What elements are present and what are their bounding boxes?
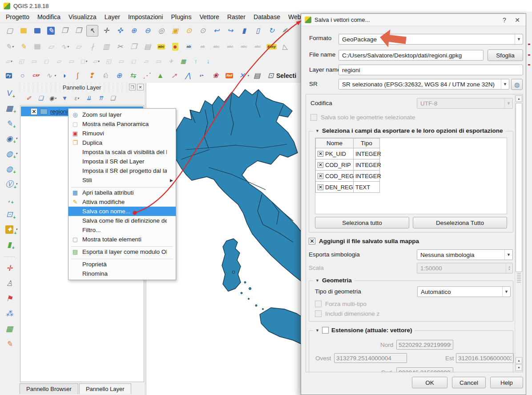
menu-rename[interactable]: Rinomina ▶ <box>69 269 176 278</box>
new-spatialite-icon[interactable]: ✎▾ <box>2 118 16 130</box>
ski-plugin-icon[interactable]: ♘▾ <box>100 70 112 81</box>
select-label[interactable]: Selecti▾ <box>279 70 291 81</box>
menu-bar-item[interactable]: Raster <box>223 12 250 22</box>
current-edits-icon[interactable]: ✎▾ <box>4 41 16 53</box>
panel-float-icon[interactable]: ❐ <box>129 84 136 90</box>
save-project-as-icon[interactable]: ✎▾ <box>45 25 57 37</box>
crosshair-icon[interactable]: ✛▾ <box>2 262 16 274</box>
fields-list[interactable]: Nome Tipo ✕PK_UID INTEGER ✕COD_RIP INTEG… <box>315 138 507 214</box>
collapse-triangle-icon[interactable]: ▼ <box>315 278 319 283</box>
menu-bar-item[interactable]: Layer <box>101 12 124 22</box>
zoom-next-icon[interactable]: ↪▾ <box>224 25 236 37</box>
pan-tool-icon[interactable]: ✛▾ <box>100 25 112 37</box>
menu-duplicate[interactable]: ❐ Duplica ▶ <box>69 138 176 147</box>
menu-show-feature-count[interactable]: ▢ Mostra totale elementi ▶ <box>69 235 176 244</box>
adv-digitize-4-icon[interactable]: ◻▾ <box>41 57 52 66</box>
cut-features-icon[interactable]: ✂▾ <box>114 41 126 53</box>
field-checkbox[interactable]: ✕ <box>318 173 323 179</box>
select-crs-globe-icon[interactable]: ◍ <box>511 79 523 90</box>
menu-bar-item[interactable]: Modifica <box>33 12 64 22</box>
add-gps-icon[interactable]: ✦▾ <box>2 224 16 236</box>
adv-digitize-10-icon[interactable]: ▭▾ <box>116 57 126 66</box>
save-edits-icon[interactable]: ▾ <box>31 41 43 53</box>
delete-selected-icon[interactable]: ▥▾ <box>100 41 112 53</box>
scatter-tool-icon[interactable]: ⁂▾ <box>2 308 16 320</box>
toggle-editing-icon[interactable]: ✎▾ <box>17 41 29 53</box>
measure-icon[interactable]: ◺▾ <box>279 41 291 53</box>
menu-show-in-overview[interactable]: ▢ Mostra nella Panoramica ▶ <box>69 119 176 129</box>
menu-zoom-to-layer[interactable]: ◎ Zoom sul layer ▶ <box>69 110 176 119</box>
label-abc-icon[interactable]: abc▾ <box>155 41 167 53</box>
pan-to-selection-icon[interactable]: ✜▾ <box>114 25 126 37</box>
extent-checkbox[interactable] <box>322 327 329 334</box>
plugin-tools-icon[interactable]: ✕▾ <box>238 70 250 81</box>
layer-name-input[interactable] <box>339 65 523 75</box>
layer-name[interactable]: regioni <box>50 108 68 115</box>
DEN_REG[interactable]: ✕DEN_REG TEXT <box>315 182 380 193</box>
chevron-down-icon[interactable]: ▼ <box>515 34 523 44</box>
menu-toggle-editing[interactable]: ✎ Attiva modifiche ▶ <box>69 197 176 207</box>
COD_REG[interactable]: ✕COD_REG INTEGER <box>315 171 380 182</box>
field-checkbox[interactable]: ✕ <box>318 184 323 190</box>
annotation-icon[interactable]: ♙▾ <box>2 277 16 289</box>
table-header-tipo[interactable]: Tipo <box>354 138 380 148</box>
style-manager-icon[interactable]: ✐▾ <box>23 94 34 103</box>
collapse-triangle-icon[interactable]: ▼ <box>315 129 319 133</box>
zoom-full-icon[interactable]: ▣▾ <box>169 25 181 37</box>
swap-arrows-icon[interactable]: ⇆▾ <box>128 70 140 81</box>
formato-combo[interactable]: GeoPackage ▼ <box>339 34 523 45</box>
label-pie-icon[interactable]: ●▾ <box>169 41 181 53</box>
panel-close-icon[interactable]: ✕ <box>137 84 144 90</box>
python-console-icon[interactable]: Py▾ <box>4 70 16 81</box>
paste-features-icon[interactable]: ▤▾ <box>141 41 153 53</box>
add-group-icon[interactable]: ❏▾ <box>35 94 46 103</box>
menu-bar-item[interactable]: Plugins <box>167 12 195 22</box>
add-wcs-icon[interactable]: ◍▾ <box>2 163 16 175</box>
table-header-nome[interactable]: Nome <box>315 138 354 148</box>
symbology-combo[interactable]: Nessuna simbologia ▼ <box>417 249 513 260</box>
manage-visibility-icon[interactable]: ◉▾ <box>47 94 58 103</box>
menu-save-as[interactable]: Salva con nome... ▶ <box>69 207 176 216</box>
deselect-all-button[interactable]: Deseleziona Tutto <box>413 217 507 228</box>
menu-open-attribute-table[interactable]: ▦ Apri tabella attributi ▶ <box>69 188 176 197</box>
label-show-hide-icon[interactable]: abc▾ <box>224 41 236 53</box>
add-postgis-icon[interactable]: ◉▾ <box>2 133 16 145</box>
refresh-icon[interactable]: ↻▾ <box>266 25 278 37</box>
select-tool-icon[interactable]: ↖▾ <box>86 25 98 37</box>
dialog-scrollbar[interactable]: ▲ ▲ ▼ <box>515 95 522 372</box>
ok-button[interactable]: OK <box>412 377 447 388</box>
label-rotate-icon[interactable]: abc▾ <box>210 41 222 53</box>
scroll-down-icon[interactable]: ▼ <box>516 364 522 371</box>
new-bookmark-icon[interactable]: ▮▾ <box>238 25 250 37</box>
blue-nodes-icon[interactable]: ⋀▾ <box>183 70 195 81</box>
menu-separator-2[interactable]: ▶ <box>69 244 176 247</box>
pin-flag-icon[interactable]: ⚑▾ <box>2 293 16 305</box>
file-name-input[interactable] <box>339 50 484 61</box>
menu-set-scale-visibility[interactable]: Imposta la scala di visibilità del layer… <box>69 147 176 157</box>
filter-expression-icon[interactable]: ε▾ <box>71 94 82 103</box>
cancel-button[interactable]: Cancel <box>452 377 486 388</box>
select-all-button[interactable]: Seleziona tutto <box>315 217 409 228</box>
zoom-out-icon[interactable]: ⊖▾ <box>141 25 153 37</box>
COD_RIP[interactable]: ✕COD_RIP INTEGER <box>315 159 380 171</box>
project-properties-icon[interactable]: ❒▾ <box>73 25 85 37</box>
collapse-all-icon[interactable]: ⇈▾ <box>95 94 106 103</box>
chevron-down-icon[interactable]: ▼ <box>502 287 510 297</box>
feature-up-icon[interactable]: ↑▾ <box>190 57 201 66</box>
ref-functions-icon[interactable]: Ref▾ <box>224 70 236 81</box>
chevron-down-icon[interactable]: ▼ <box>504 250 512 260</box>
scroll-up2-icon[interactable]: ▲ <box>516 357 522 364</box>
zoom-to-selection-icon[interactable]: ⊙▾ <box>183 25 195 37</box>
field-checkbox[interactable]: ✕ <box>318 151 323 157</box>
collapse-triangle-icon[interactable]: ▼ <box>315 328 319 333</box>
add-feature-icon[interactable]: ▱▾ <box>45 41 57 53</box>
profile-tool-icon[interactable]: ∿▾ <box>45 70 57 81</box>
filter-legend-icon[interactable]: ▼▾ <box>59 94 70 103</box>
easy-custom-labeling-icon[interactable]: Easy▾ <box>266 41 278 53</box>
scroll-up-icon[interactable]: ▲ <box>516 95 522 102</box>
flower-plugin-icon[interactable]: ❀▾ <box>210 70 222 81</box>
attribute-sync-icon[interactable]: ▦▾ <box>2 323 16 335</box>
node-tool-icon[interactable]: ∿▾ <box>59 41 71 53</box>
field-checkbox[interactable]: ✕ <box>318 162 323 168</box>
epsilon-plus-icon[interactable]: ε+▾ <box>197 70 209 81</box>
